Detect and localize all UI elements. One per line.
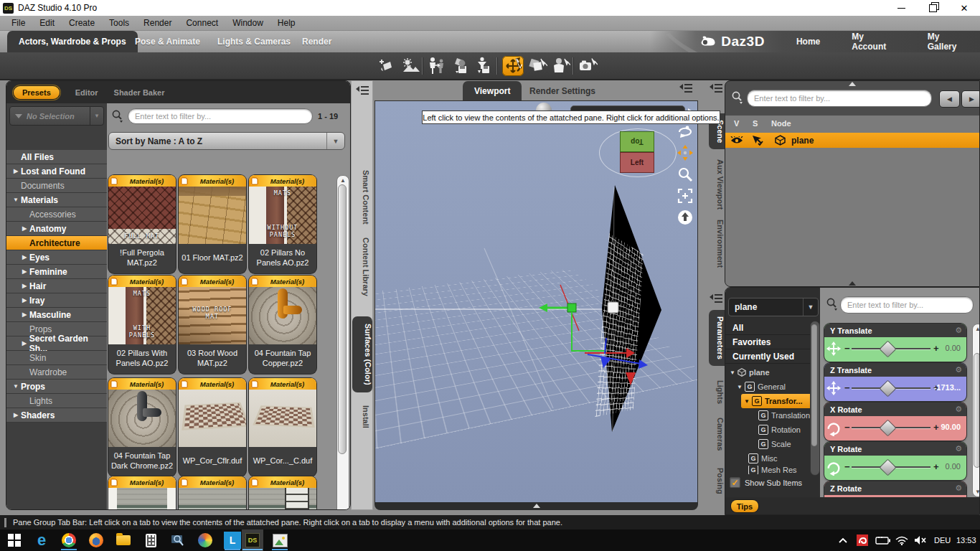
edge-icon[interactable]: e [33,532,50,549]
tree-item-masculine[interactable]: ▶Masculine [6,308,107,322]
next-node-button[interactable]: ▶ [961,90,980,108]
slider-handle[interactable] [879,340,896,357]
selectable-pointer-icon[interactable] [752,136,763,146]
restore-button[interactable] [917,0,948,16]
tab-posing[interactable]: Posing [709,468,725,494]
tab-lights-cameras[interactable]: Lights & Cameras [206,31,302,52]
pane-options-icon[interactable] [355,85,369,97]
calculator-icon[interactable] [142,532,159,549]
visibility-eye-icon[interactable] [730,136,743,145]
tree-item-documents[interactable]: Documents [6,179,107,193]
start-button[interactable] [6,532,23,549]
gear-icon[interactable]: ⚙ [955,445,962,453]
menu-help[interactable]: Help [270,17,303,29]
parameters-filter-input[interactable] [840,296,974,314]
menu-render[interactable]: Render [136,17,179,29]
tab-render[interactable]: Render [291,31,343,52]
tree-item-eyes[interactable]: ▶Eyes [6,250,107,265]
show-sub-items-checkbox[interactable]: ✓ Show Sub Items [730,477,802,488]
zoom-icon[interactable] [677,166,694,183]
tree-item-materials[interactable]: ▼Materials [6,193,107,207]
scroll-up-icon[interactable]: ▲ [973,326,980,332]
slider-y-rotate[interactable]: Y Rotate⚙ − + 0.00 [824,442,966,480]
search-icon[interactable] [731,90,744,105]
tab-lights[interactable]: Lights [709,380,725,404]
slider-increment[interactable]: + [933,462,939,471]
dock-tab-install[interactable]: Install [353,405,370,428]
scroll-up-icon[interactable]: ▲ [337,177,349,184]
firefox-icon[interactable] [88,532,105,549]
search-app-icon[interactable] [169,532,187,549]
slider-value[interactable]: 90.00 [941,423,961,431]
viewport-3d[interactable]: Top Left [374,100,698,504]
wifi-tray-icon[interactable] [895,529,908,551]
group-scrollbar[interactable] [810,321,820,476]
node-selector-dropdown[interactable]: plane ▼ [728,298,819,316]
slider-track[interactable] [852,466,930,468]
asset-card-wp-cor-c[interactable]: Material(s) WP_Cor..._C.duf [249,378,316,476]
battery-tray-icon[interactable] [875,529,891,551]
chrome-icon[interactable] [60,532,77,549]
tab-editor[interactable]: Editor [75,88,98,97]
menu-edit[interactable]: Edit [32,17,62,29]
scroll-down-icon[interactable]: ▼ [973,489,980,495]
dock-tab-content-library[interactable]: Content Library [353,237,370,296]
viewcube-left-face[interactable]: Left [620,152,654,173]
new-environment-icon[interactable] [400,56,422,76]
param-tree-general[interactable]: ▼GGeneral [725,380,823,394]
volume-muted-icon[interactable] [914,529,927,551]
tab-viewport[interactable]: Viewport [463,81,522,100]
asset-card-pillars-with-panels[interactable]: MATS WITH PANELS Material(s) 02 Pillars … [108,276,176,374]
tree-item-accessories[interactable]: Accessories [6,207,107,222]
link-my-account[interactable]: My Account [852,32,896,52]
keyboard-language[interactable]: DEU [934,529,951,551]
slider-decrement[interactable]: − [844,383,850,392]
asset-card-floor-mat[interactable]: Material(s) 01 Floor MAT.pz2 [179,175,246,273]
slider-increment[interactable]: + [933,344,939,353]
library-scrollbar[interactable]: ▲ ▼ [336,175,349,510]
orbit-camera-icon[interactable] [677,123,694,140]
group-favorites[interactable]: Favorites [725,335,811,349]
tree-item-anatomy[interactable]: ▶Anatomy [6,222,107,236]
gear-icon[interactable]: ⚙ [955,484,962,492]
scrollbar-thumb[interactable] [974,353,980,468]
tree-item-iray[interactable]: ▶Iray [6,293,107,308]
node-selection-tool-icon[interactable] [550,56,571,76]
avira-tray-icon[interactable] [857,529,868,551]
tree-item-hair[interactable]: ▶Hair [6,279,107,293]
link-my-gallery[interactable]: My Gallery [928,32,967,52]
slider-decrement[interactable]: − [844,462,850,471]
tree-item-props-root[interactable]: ▼Props [6,380,107,394]
slider-increment[interactable]: + [933,423,939,432]
tree-item-shaders[interactable]: ▶Shaders [6,408,107,423]
tree-item-lights[interactable]: Lights [6,394,107,408]
krita-icon[interactable] [197,532,214,549]
tab-actors-wardrobe-props[interactable]: Actors, Wardrobe & Props [7,31,138,52]
tab-aux-viewport[interactable]: Aux Viewport [709,159,725,209]
slider-handle[interactable] [879,419,896,436]
tab-shader-baker[interactable]: Shader Baker [114,88,165,97]
search-icon[interactable] [111,109,124,123]
slider-decrement[interactable]: − [844,423,850,432]
scrollbar-thumb[interactable] [338,184,347,454]
tree-item-architecture[interactable]: Architecture [6,236,107,250]
slider-value[interactable]: 0.00 [946,344,961,352]
asset-card-tap-chrome[interactable]: Material(s) 04 Fountain Tap Dark Chrome.… [108,378,176,476]
tab-presets[interactable]: Presets [14,86,60,99]
pane-options-icon[interactable] [679,83,693,95]
slider-track[interactable] [852,348,930,349]
asset-card-pillars-no-panels[interactable]: MATS WITHOUT PANELS Material(s) 02 Pilla… [249,175,316,273]
tab-parameters[interactable]: Parameters [709,310,725,366]
asset-card-wall-2[interactable]: Material(s) [179,476,246,510]
group-all[interactable]: All [725,321,811,335]
slider-y-translate[interactable]: Y Translate⚙ − + 0.00 [824,324,966,362]
menu-window[interactable]: Window [225,17,270,29]
pane-options-icon[interactable] [709,293,723,305]
scene-filter-input[interactable] [747,90,932,107]
slider-value[interactable]: 0.00 [946,462,961,471]
tree-item-feminine[interactable]: ▶Feminine [6,265,107,279]
param-tree-transforms[interactable]: ▼GTransfor... [741,394,819,408]
menu-connect[interactable]: Connect [179,17,225,29]
tree-item-wardrobe[interactable]: Wardrobe [6,365,107,380]
tray-chevron-icon[interactable] [838,529,848,551]
